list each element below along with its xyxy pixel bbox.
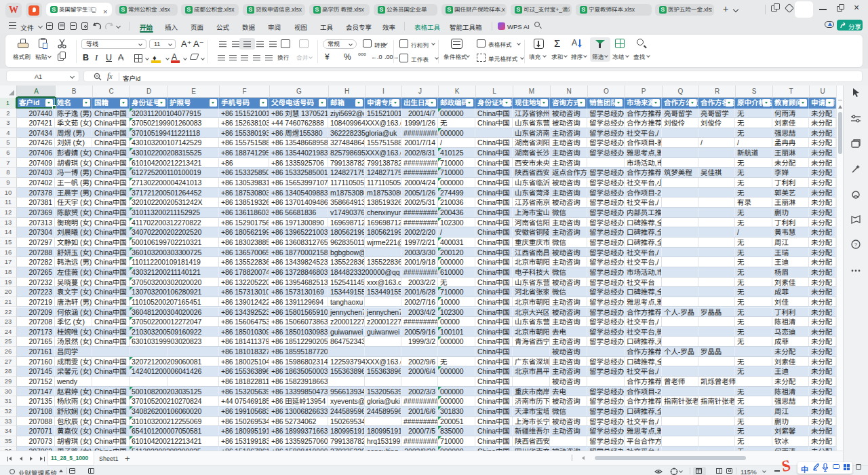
svg-text:?: ? [854,242,858,248]
